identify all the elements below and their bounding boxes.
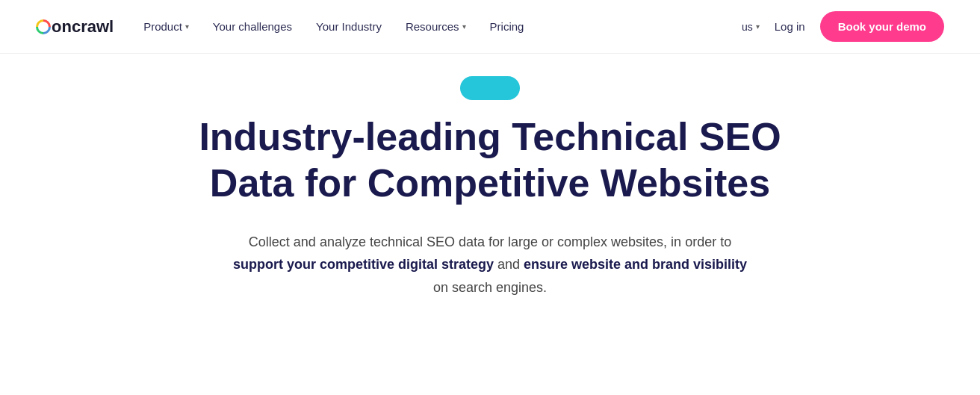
logo-text-on: on <box>52 17 72 37</box>
hero-section: Industry-leading Technical SEO Data for … <box>0 54 980 329</box>
subtitle-bold-2: ensure website and brand visibility <box>524 257 747 272</box>
logo-text-crawl: crawl <box>72 17 114 37</box>
nav-item-pricing[interactable]: Pricing <box>490 20 524 33</box>
logo[interactable]: on crawl <box>36 17 114 37</box>
chevron-down-icon: ▾ <box>756 22 760 31</box>
navbar: on crawl Product ▾ Your challenges Your … <box>0 0 980 54</box>
hero-title: Industry-leading Technical SEO Data for … <box>184 113 796 207</box>
hero-subtitle: Collect and analyze technical SEO data f… <box>233 231 747 299</box>
book-demo-button[interactable]: Book your demo <box>820 11 944 42</box>
subtitle-bold-1: support your competitive digital strateg… <box>233 257 494 272</box>
navbar-left: on crawl Product ▾ Your challenges Your … <box>36 17 524 37</box>
login-link[interactable]: Log in <box>775 20 805 33</box>
logo-icon <box>36 19 51 34</box>
nav-links: Product ▾ Your challenges Your Industry … <box>143 20 524 33</box>
subtitle-text-normal: Collect and analyze technical SEO data f… <box>249 234 731 249</box>
nav-item-industry[interactable]: Your Industry <box>316 20 382 33</box>
chevron-down-icon: ▾ <box>185 22 189 31</box>
language-selector[interactable]: us ▾ <box>742 21 760 33</box>
navbar-right: us ▾ Log in Book your demo <box>742 11 944 42</box>
nav-item-challenges[interactable]: Your challenges <box>213 20 292 33</box>
subtitle-end: on search engines. <box>433 280 547 295</box>
hero-decoration <box>460 76 520 100</box>
subtitle-connector: and <box>497 257 524 272</box>
chevron-down-icon: ▾ <box>462 22 466 31</box>
nav-item-resources[interactable]: Resources ▾ <box>406 20 466 33</box>
nav-item-product[interactable]: Product ▾ <box>143 20 189 33</box>
